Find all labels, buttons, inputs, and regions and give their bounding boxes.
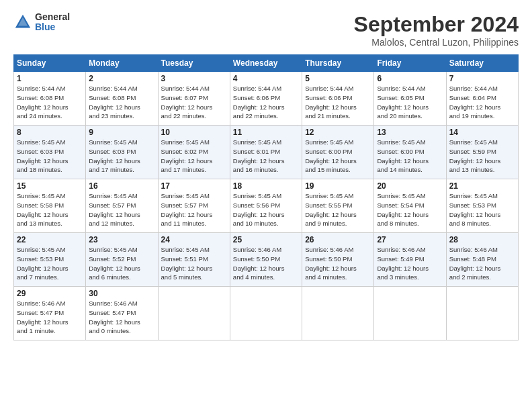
day-number: 8 <box>17 128 83 137</box>
day-info: Sunrise: 5:45 AMSunset: 5:51 PMDaylight:… <box>161 246 213 281</box>
table-row: 19Sunrise: 5:45 AMSunset: 5:55 PMDayligh… <box>302 179 374 233</box>
day-number: 22 <box>17 235 83 244</box>
table-row: 2Sunrise: 5:44 AMSunset: 6:08 PMDaylight… <box>86 72 158 126</box>
day-info: Sunrise: 5:46 AMSunset: 5:50 PMDaylight:… <box>305 246 357 281</box>
week-row-5: 29Sunrise: 5:46 AMSunset: 5:47 PMDayligh… <box>14 287 519 340</box>
table-row: 5Sunrise: 5:44 AMSunset: 6:06 PMDaylight… <box>302 72 374 126</box>
table-row: 21Sunrise: 5:45 AMSunset: 5:53 PMDayligh… <box>446 179 518 233</box>
table-row: 26Sunrise: 5:46 AMSunset: 5:50 PMDayligh… <box>302 233 374 287</box>
day-number: 7 <box>449 74 515 83</box>
day-number: 26 <box>305 235 371 244</box>
table-row: 23Sunrise: 5:45 AMSunset: 5:52 PMDayligh… <box>86 233 158 287</box>
week-row-4: 22Sunrise: 5:45 AMSunset: 5:53 PMDayligh… <box>14 233 519 287</box>
table-row: 14Sunrise: 5:45 AMSunset: 5:59 PMDayligh… <box>446 126 518 179</box>
table-row: 13Sunrise: 5:45 AMSunset: 6:00 PMDayligh… <box>374 126 446 179</box>
table-row: 8Sunrise: 5:45 AMSunset: 6:03 PMDaylight… <box>14 126 86 179</box>
day-number: 14 <box>449 128 515 137</box>
table-row: 6Sunrise: 5:44 AMSunset: 6:05 PMDaylight… <box>374 72 446 126</box>
table-row <box>374 287 446 340</box>
day-number: 19 <box>305 181 371 191</box>
day-number: 9 <box>89 128 154 137</box>
header-row: Sunday Monday Tuesday Wednesday Thursday… <box>14 55 519 72</box>
table-row: 4Sunrise: 5:44 AMSunset: 6:06 PMDaylight… <box>230 72 302 126</box>
day-info: Sunrise: 5:46 AMSunset: 5:49 PMDaylight:… <box>377 246 429 281</box>
day-info: Sunrise: 5:45 AMSunset: 6:00 PMDaylight:… <box>305 138 357 173</box>
day-info: Sunrise: 5:45 AMSunset: 6:00 PMDaylight:… <box>377 138 429 173</box>
day-number: 18 <box>233 181 299 191</box>
table-row: 10Sunrise: 5:45 AMSunset: 6:02 PMDayligh… <box>158 126 230 179</box>
day-number: 30 <box>89 289 154 298</box>
table-row <box>230 287 302 340</box>
day-info: Sunrise: 5:45 AMSunset: 5:53 PMDaylight:… <box>17 246 69 281</box>
calendar-table: Sunday Monday Tuesday Wednesday Thursday… <box>13 54 519 340</box>
table-row: 17Sunrise: 5:45 AMSunset: 5:57 PMDayligh… <box>158 179 230 233</box>
table-row: 7Sunrise: 5:44 AMSunset: 6:04 PMDaylight… <box>446 72 518 126</box>
day-number: 24 <box>161 235 227 244</box>
logo-text: General Blue <box>35 12 70 33</box>
week-row-2: 8Sunrise: 5:45 AMSunset: 6:03 PMDaylight… <box>14 126 519 179</box>
day-info: Sunrise: 5:45 AMSunset: 5:56 PMDaylight:… <box>233 192 285 227</box>
day-info: Sunrise: 5:45 AMSunset: 5:52 PMDaylight:… <box>89 246 140 281</box>
table-row: 1Sunrise: 5:44 AMSunset: 6:08 PMDaylight… <box>14 72 86 126</box>
day-info: Sunrise: 5:46 AMSunset: 5:47 PMDaylight:… <box>17 300 69 334</box>
table-row: 3Sunrise: 5:44 AMSunset: 6:07 PMDaylight… <box>158 72 230 126</box>
day-number: 4 <box>233 74 299 83</box>
table-row: 20Sunrise: 5:45 AMSunset: 5:54 PMDayligh… <box>374 179 446 233</box>
day-number: 21 <box>449 181 515 191</box>
day-info: Sunrise: 5:45 AMSunset: 6:01 PMDaylight:… <box>233 138 285 173</box>
table-row: 16Sunrise: 5:45 AMSunset: 5:57 PMDayligh… <box>86 179 158 233</box>
table-row: 22Sunrise: 5:45 AMSunset: 5:53 PMDayligh… <box>14 233 86 287</box>
col-saturday: Saturday <box>446 55 518 72</box>
week-row-3: 15Sunrise: 5:45 AMSunset: 5:58 PMDayligh… <box>14 179 519 233</box>
table-row: 24Sunrise: 5:45 AMSunset: 5:51 PMDayligh… <box>158 233 230 287</box>
table-row <box>302 287 374 340</box>
day-number: 27 <box>377 235 443 244</box>
day-info: Sunrise: 5:44 AMSunset: 6:08 PMDaylight:… <box>17 85 69 120</box>
logo-icon <box>13 13 32 32</box>
day-number: 1 <box>17 74 83 83</box>
day-number: 2 <box>89 74 154 83</box>
day-info: Sunrise: 5:45 AMSunset: 5:59 PMDaylight:… <box>449 138 501 173</box>
day-info: Sunrise: 5:46 AMSunset: 5:48 PMDaylight:… <box>449 246 501 281</box>
table-row: 25Sunrise: 5:46 AMSunset: 5:50 PMDayligh… <box>230 233 302 287</box>
day-info: Sunrise: 5:45 AMSunset: 5:57 PMDaylight:… <box>161 192 213 227</box>
logo: General Blue <box>13 12 70 33</box>
day-number: 20 <box>377 181 443 191</box>
month-title: September 2024 <box>354 12 519 37</box>
col-friday: Friday <box>374 55 446 72</box>
header: General Blue September 2024 Malolos, Cen… <box>13 12 519 48</box>
day-number: 13 <box>377 128 443 137</box>
day-number: 11 <box>233 128 299 137</box>
week-row-1: 1Sunrise: 5:44 AMSunset: 6:08 PMDaylight… <box>14 72 519 126</box>
col-sunday: Sunday <box>14 55 86 72</box>
day-info: Sunrise: 5:45 AMSunset: 5:54 PMDaylight:… <box>377 192 429 227</box>
table-row: 11Sunrise: 5:45 AMSunset: 6:01 PMDayligh… <box>230 126 302 179</box>
table-row: 15Sunrise: 5:45 AMSunset: 5:58 PMDayligh… <box>14 179 86 233</box>
table-row <box>446 287 518 340</box>
day-info: Sunrise: 5:45 AMSunset: 5:58 PMDaylight:… <box>17 192 69 227</box>
title-area: September 2024 Malolos, Central Luzon, P… <box>354 12 519 48</box>
day-info: Sunrise: 5:44 AMSunset: 6:08 PMDaylight:… <box>89 85 140 120</box>
day-info: Sunrise: 5:45 AMSunset: 6:02 PMDaylight:… <box>161 138 213 173</box>
logo-blue-text: Blue <box>35 22 70 32</box>
day-info: Sunrise: 5:44 AMSunset: 6:07 PMDaylight:… <box>161 85 213 120</box>
table-row: 28Sunrise: 5:46 AMSunset: 5:48 PMDayligh… <box>446 233 518 287</box>
logo-general-text: General <box>35 12 70 22</box>
day-info: Sunrise: 5:45 AMSunset: 6:03 PMDaylight:… <box>89 138 140 173</box>
col-tuesday: Tuesday <box>158 55 230 72</box>
table-row: 30Sunrise: 5:46 AMSunset: 5:47 PMDayligh… <box>86 287 158 340</box>
day-info: Sunrise: 5:45 AMSunset: 5:57 PMDaylight:… <box>89 192 140 227</box>
day-info: Sunrise: 5:46 AMSunset: 5:47 PMDaylight:… <box>89 300 140 334</box>
table-row: 12Sunrise: 5:45 AMSunset: 6:00 PMDayligh… <box>302 126 374 179</box>
col-monday: Monday <box>86 55 158 72</box>
table-row: 29Sunrise: 5:46 AMSunset: 5:47 PMDayligh… <box>14 287 86 340</box>
table-row: 18Sunrise: 5:45 AMSunset: 5:56 PMDayligh… <box>230 179 302 233</box>
day-info: Sunrise: 5:45 AMSunset: 5:53 PMDaylight:… <box>449 192 501 227</box>
table-row <box>158 287 230 340</box>
day-number: 3 <box>161 74 227 83</box>
day-number: 25 <box>233 235 299 244</box>
day-info: Sunrise: 5:44 AMSunset: 6:05 PMDaylight:… <box>377 85 429 120</box>
day-info: Sunrise: 5:45 AMSunset: 6:03 PMDaylight:… <box>17 138 69 173</box>
day-number: 28 <box>449 235 515 244</box>
day-number: 6 <box>377 74 443 83</box>
